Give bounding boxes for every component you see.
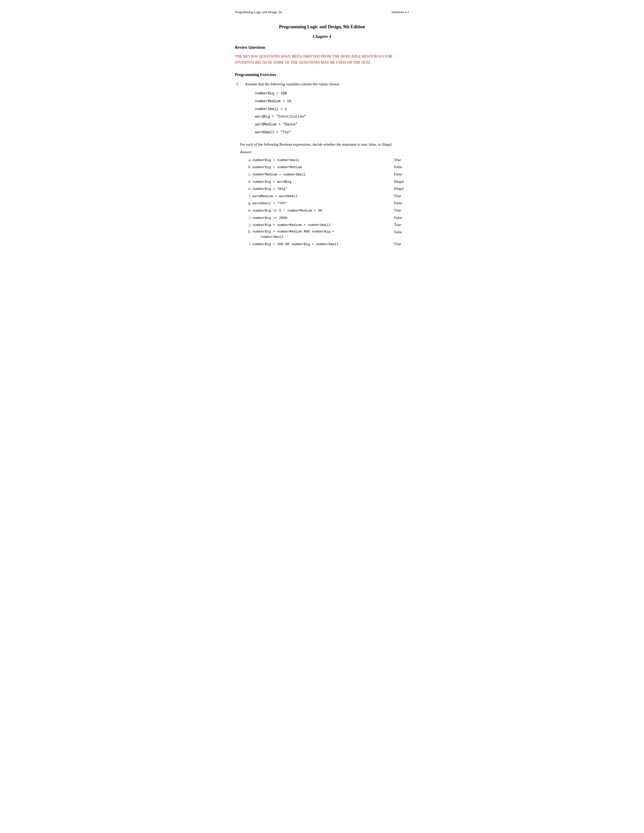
answer-row-b: b. numberBig < numberMedium False bbox=[245, 164, 409, 170]
answer-letter-h: h. bbox=[245, 208, 251, 213]
answers-table: a. numberBig > numberSmall True b. numbe… bbox=[245, 157, 409, 247]
answer-result-j: True bbox=[394, 222, 409, 228]
answer-result-c: False bbox=[394, 171, 409, 177]
programming-exercises-heading: Programming Exercises bbox=[235, 72, 409, 77]
answer-letter-b: b. bbox=[245, 164, 251, 170]
answer-letter-f: f. bbox=[245, 193, 251, 199]
chapter-title: Chapter 4 bbox=[235, 34, 409, 39]
header-left: Programming Logic and Design, 9e bbox=[235, 10, 282, 14]
code-line-1: numberBig = 100 bbox=[255, 90, 409, 97]
main-title: Programming Logic and Design, 9th Editio… bbox=[235, 24, 409, 29]
answer-result-f: True bbox=[394, 193, 409, 199]
answer-letter-l: l. bbox=[245, 241, 251, 247]
answer-result-l: True bbox=[394, 241, 409, 247]
answer-row-g: g. wordSmall = "TOY" False bbox=[245, 200, 409, 206]
answer-code-j: numberBig > numberMedium + numberSmall bbox=[253, 222, 386, 228]
answer-letter-j: j. bbox=[245, 222, 251, 228]
code-line-6: wordSmall = "Toy" bbox=[255, 129, 409, 136]
answer-letter-c: c. bbox=[245, 172, 251, 177]
answer-row-f: f. wordMedium > wordSmall True bbox=[245, 193, 409, 199]
answer-code-h: numberBig <= 5 * numberMedium + 50 bbox=[253, 208, 386, 214]
answer-row-i: i. numberBig >= 2000 False bbox=[245, 215, 409, 221]
answer-result-g: False bbox=[394, 200, 409, 206]
answer-label: Answer: bbox=[240, 150, 409, 154]
exercise-description: For each of the following Boolean expres… bbox=[240, 142, 409, 148]
review-notice: THE REVIEW QUESTIONS HAVE BEEN OMITTED F… bbox=[235, 53, 409, 65]
answer-row-d: d. numberBig = wordBig Illegal bbox=[245, 178, 409, 185]
answer-code-l: numberBig = 100 OR numberBig > numberSma… bbox=[253, 241, 386, 247]
answer-code-b: numberBig < numberMedium bbox=[253, 165, 386, 170]
answer-result-b: False bbox=[394, 164, 409, 170]
answer-row-j: j. numberBig > numberMedium + numberSmal… bbox=[245, 222, 409, 228]
answer-result-k: False bbox=[394, 229, 409, 235]
answer-result-i: False bbox=[394, 215, 409, 220]
exercise-intro: Assume that the following variables cont… bbox=[245, 82, 340, 86]
answer-row-k: k. numberBig > numberMedium AND numberBi… bbox=[245, 229, 409, 240]
answer-result-e: Illegal bbox=[394, 185, 409, 191]
answer-row-e: e. numberBig = "Big" Illegal bbox=[245, 185, 409, 192]
answer-letter-g: g. bbox=[245, 200, 251, 206]
answer-row-c: c. numberMedium = numberSmall False bbox=[245, 171, 409, 177]
answer-code-a: numberBig > numberSmall bbox=[253, 158, 386, 163]
answer-row-a: a. numberBig > numberSmall True bbox=[245, 157, 409, 163]
variables-code-block: numberBig = 100 numberMedium = 10 number… bbox=[255, 90, 409, 136]
answer-letter-i: i. bbox=[245, 215, 251, 220]
code-line-4: wordBig = "Constitution" bbox=[255, 113, 409, 121]
answer-code-k: numberBig > numberMedium AND numberBig <… bbox=[253, 229, 386, 240]
answer-row-l: l. numberBig = 100 OR numberBig > number… bbox=[245, 241, 409, 247]
answer-letter-e: e. bbox=[245, 186, 251, 191]
answer-row-h: h. numberBig <= 5 * numberMedium + 50 Tr… bbox=[245, 207, 409, 214]
answer-code-f: wordMedium > wordSmall bbox=[253, 194, 386, 199]
answer-result-a: True bbox=[394, 157, 409, 163]
code-line-2: numberMedium = 10 bbox=[255, 97, 409, 105]
answer-code-e: numberBig = "Big" bbox=[253, 186, 386, 192]
answer-result-h: True bbox=[394, 207, 409, 213]
answer-code-d: numberBig = wordBig bbox=[253, 179, 386, 185]
code-line-5: wordMedium = "Dance" bbox=[255, 121, 409, 129]
page-header: Programming Logic and Design, 9e Solutio… bbox=[235, 10, 409, 14]
code-line-3: numberSmall = 1 bbox=[255, 105, 409, 113]
exercise-item-1: Assume that the following variables cont… bbox=[240, 81, 409, 87]
review-questions-heading: Review Questions bbox=[235, 45, 409, 50]
answer-code-g: wordSmall = "TOY" bbox=[253, 201, 386, 206]
answer-result-d: Illegal bbox=[394, 178, 409, 185]
answer-code-i: numberBig >= 2000 bbox=[253, 215, 386, 221]
exercise-list: Assume that the following variables cont… bbox=[235, 81, 409, 87]
answer-letter-a: a. bbox=[245, 157, 251, 163]
header-right: Solutions 4-1 bbox=[391, 10, 409, 14]
answer-letter-d: d. bbox=[245, 179, 251, 185]
answer-letter-k: k. bbox=[245, 229, 251, 235]
answer-code-c: numberMedium = numberSmall bbox=[253, 172, 386, 177]
